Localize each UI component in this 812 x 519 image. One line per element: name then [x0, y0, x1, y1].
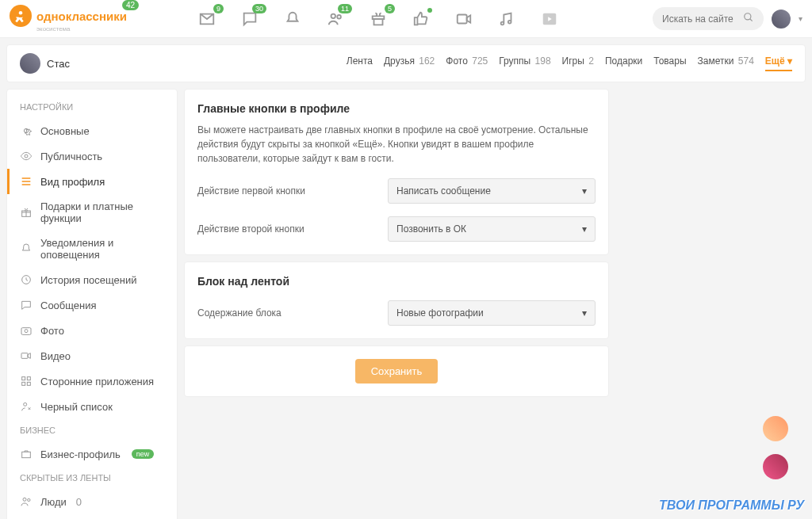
svg-point-5	[745, 13, 751, 20]
nav-video-icon[interactable]	[455, 10, 473, 28]
chevron-down-icon[interactable]: ▾	[799, 14, 802, 23]
sidebar-item-video[interactable]: Видео	[7, 343, 177, 368]
logo-badge: 42	[122, 0, 139, 10]
sidebar-title-settings: НАСТРОЙКИ	[7, 96, 177, 118]
sidebar-item-publicity[interactable]: Публичность	[7, 143, 177, 169]
chevron-down-icon: ▾	[582, 307, 587, 319]
person-x-icon	[20, 400, 33, 413]
first-button-select[interactable]: Написать сообщение ▾	[388, 178, 596, 204]
svg-rect-11	[21, 353, 28, 359]
header-avatar[interactable]	[772, 10, 791, 29]
nav-mail-icon[interactable]: 9	[198, 10, 216, 28]
svg-point-10	[25, 330, 28, 333]
user-mini[interactable]: Стас	[20, 53, 70, 74]
sidebar-item-business[interactable]: Бизнес-профильnew	[7, 441, 177, 467]
chevron-down-icon: ▾	[582, 185, 587, 197]
tab-friends[interactable]: Друзья 162	[384, 55, 435, 71]
sidebar-item-photo[interactable]: Фото	[7, 318, 177, 343]
panel-title: Главные кнопки в профиле	[197, 102, 596, 115]
sidebar-item-messages[interactable]: Сообщения	[7, 292, 177, 318]
sidebar-title-business: БИЗНЕС	[7, 419, 177, 441]
panel-profile-buttons: Главные кнопки в профиле Вы можете настр…	[184, 89, 609, 255]
sidebar-item-blacklist[interactable]: Черный список	[7, 394, 177, 419]
sidebar-title-hidden: СКРЫТЫЕ ИЗ ЛЕНТЫ	[7, 467, 177, 489]
sidebar-item-main[interactable]: Основные	[7, 118, 177, 143]
panel-feed-block: Блок над лентой Содержание блока Новые ф…	[184, 261, 609, 339]
tab-gifts[interactable]: Подарки	[605, 55, 642, 71]
user-name: Стас	[47, 58, 70, 70]
sidebar-item-apps[interactable]: Сторонние приложения	[7, 368, 177, 394]
sidebar-item-notifications[interactable]: Уведомления и оповещения	[7, 231, 177, 267]
svg-rect-15	[27, 382, 30, 385]
nav-gifts-icon[interactable]: 5	[370, 10, 387, 28]
tab-games[interactable]: Игры 2	[562, 55, 594, 71]
svg-point-1	[331, 13, 335, 17]
svg-rect-17	[22, 452, 31, 457]
svg-point-18	[23, 498, 26, 501]
user-avatar	[20, 53, 40, 74]
watermark: ТВОИ ПРОГРАММЫ РУ	[659, 498, 804, 513]
svg-point-19	[28, 498, 30, 501]
svg-point-16	[24, 403, 27, 406]
second-button-label: Действие второй кнопки	[197, 223, 388, 235]
save-panel: Сохранить	[184, 345, 609, 397]
panel-description: Вы можете настраивать две главных кнопки…	[197, 123, 596, 166]
gift-icon	[20, 206, 33, 219]
svg-rect-13	[27, 377, 30, 380]
logo-icon	[10, 5, 32, 27]
block-content-label: Содержание блока	[197, 307, 388, 319]
svg-rect-12	[22, 377, 25, 380]
tab-photos[interactable]: Фото 725	[446, 55, 488, 71]
bell-icon	[20, 242, 33, 255]
chevron-down-icon: ▾	[582, 223, 587, 235]
logo-text: одноклассники	[36, 10, 127, 23]
block-content-select[interactable]: Новые фотографии ▾	[388, 300, 596, 326]
search-input[interactable]	[662, 13, 741, 25]
sidebar-item-gifts[interactable]: Подарки и платные функции	[7, 194, 177, 231]
chat-avatar-1[interactable]	[763, 416, 788, 441]
svg-point-6	[25, 155, 28, 158]
logo-subtitle: экосистема	[36, 25, 127, 32]
tab-groups[interactable]: Группы 198	[499, 55, 550, 71]
like-dot	[427, 8, 432, 13]
svg-point-0	[19, 11, 23, 15]
list-icon	[20, 175, 33, 188]
tab-more[interactable]: Ещё ▾	[765, 55, 792, 71]
svg-point-2	[337, 14, 341, 18]
sidebar-item-history[interactable]: История посещений	[7, 267, 177, 292]
nav-bell-icon[interactable]	[284, 10, 301, 28]
new-badge: new	[132, 449, 155, 459]
nav-music-icon[interactable]	[498, 10, 515, 28]
nav-friends-icon[interactable]: 11	[327, 10, 344, 28]
tab-notes[interactable]: Заметки 574	[698, 55, 754, 71]
save-button[interactable]: Сохранить	[355, 359, 439, 384]
nav-play-icon[interactable]	[541, 10, 558, 28]
apps-icon	[20, 375, 33, 387]
nav-chat-icon[interactable]: 30	[241, 10, 259, 28]
search-icon[interactable]	[743, 12, 754, 25]
sidebar-item-people[interactable]: Люди 0	[7, 489, 177, 514]
video-icon	[20, 349, 33, 362]
people-icon	[20, 495, 33, 508]
mail-badge: 9	[213, 4, 224, 13]
profile-tabs: Лента Друзья 162 Фото 725 Группы 198 Игр…	[347, 55, 792, 71]
search-box[interactable]	[653, 7, 764, 30]
message-icon	[20, 299, 33, 311]
first-button-label: Действие первой кнопки	[197, 185, 388, 197]
sidebar-item-hidden-groups[interactable]: Группы 0	[7, 514, 177, 519]
nav-like-icon[interactable]	[412, 10, 430, 28]
settings-sidebar: НАСТРОЙКИ Основные Публичность Вид профи…	[6, 89, 178, 519]
sidebar-item-profile-view[interactable]: Вид профиля	[7, 169, 177, 194]
chat-avatar-2[interactable]	[763, 454, 788, 479]
svg-rect-3	[458, 14, 467, 23]
gifts-badge: 5	[385, 4, 395, 13]
logo[interactable]: одноклассники экосистема 42	[10, 5, 127, 32]
panel-title: Блок над лентой	[197, 275, 596, 288]
camera-icon	[20, 324, 33, 337]
gear-icon	[20, 124, 33, 137]
tab-feed[interactable]: Лента	[347, 55, 373, 71]
floating-chat-avatars	[763, 416, 788, 479]
second-button-select[interactable]: Позвонить в ОК ▾	[388, 216, 596, 242]
clock-icon	[20, 273, 33, 286]
tab-goods[interactable]: Товары	[653, 55, 686, 71]
